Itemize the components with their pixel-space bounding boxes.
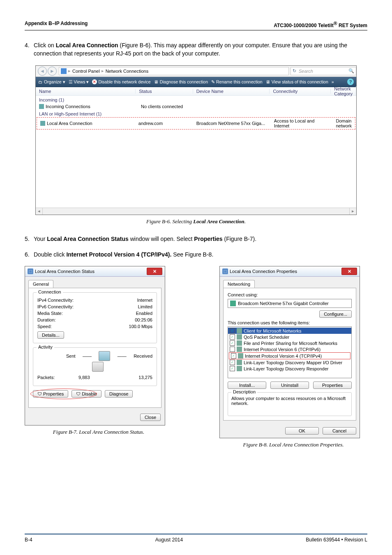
item-label: QoS Packet Scheduler xyxy=(244,335,289,340)
help-icon[interactable]: ? xyxy=(347,79,354,85)
uses-label: This connection uses the following items… xyxy=(228,320,352,325)
figure-b6-window: ◄ ► ▸ Control Panel ▸ Network Connection… xyxy=(35,65,357,215)
ipv6-label: IPv6 Connectivity: xyxy=(37,304,74,309)
network-icon: ⬚ xyxy=(28,268,33,274)
component-icon xyxy=(237,360,242,365)
view-status-button[interactable]: 🖥 View status of this connection xyxy=(266,79,328,84)
checkbox[interactable]: ✓ xyxy=(230,360,235,365)
scroll-left-icon[interactable]: ◂ xyxy=(36,208,43,215)
row-local-area-connection[interactable]: Local Area Connection andrew.com Broadco… xyxy=(37,117,355,130)
item-label: Link-Layer Topology Discovery Responder xyxy=(244,366,328,371)
scroll-right-icon[interactable]: ▸ xyxy=(349,208,356,215)
figure-b7-caption: Figure B-7. Local Area Connection Status… xyxy=(25,429,173,435)
organize-menu[interactable]: 🗀 Organize ▾ xyxy=(38,79,65,84)
close-button[interactable]: Close xyxy=(140,414,161,421)
sent-label: Sent xyxy=(66,354,76,358)
row-incoming-connections[interactable]: Incoming Connections No clients connecte… xyxy=(36,103,356,110)
install-button[interactable]: Install... xyxy=(228,382,266,389)
search-icon[interactable]: 🔍 xyxy=(348,68,354,74)
nav-buttons[interactable]: ◄ ► xyxy=(36,67,59,76)
group-incoming[interactable]: Incoming (1) xyxy=(36,96,356,103)
item-label: Client for Microsoft Networks xyxy=(244,328,302,333)
views-menu[interactable]: ☰ Views ▾ xyxy=(69,79,89,84)
list-item[interactable]: ✓Link-Layer Topology Discovery Mapper I/… xyxy=(228,359,351,365)
tab-networking[interactable]: Networking xyxy=(223,280,255,288)
command-bar: 🗀 Organize ▾ ☰ Views ▾ ✕Disable this net… xyxy=(36,77,356,87)
checkbox[interactable] xyxy=(230,347,235,352)
list-item[interactable]: ✓Client for Microsoft Networks xyxy=(228,328,351,334)
network-icon: ⬚ xyxy=(222,268,228,274)
col-category: Network Category xyxy=(331,86,356,96)
chevron-right-icon: ▸ xyxy=(101,68,104,74)
back-icon[interactable]: ◄ xyxy=(38,67,47,76)
diagnose-button[interactable]: 🖥 Diagnose this connection xyxy=(154,79,208,84)
speed-value: 100.0 Mbps xyxy=(129,324,152,329)
tab-general[interactable]: General xyxy=(28,280,53,288)
figure-b8-caption: Figure B-8. Local Area Connection Proper… xyxy=(219,442,367,448)
sent-monitor-icon xyxy=(99,351,110,361)
component-icon xyxy=(237,340,242,346)
breadcrumb[interactable]: ▸ Control Panel ▸ Network Connections xyxy=(59,67,289,75)
refresh-icon[interactable]: ↻ xyxy=(293,68,296,74)
header-left: Appendix B–IP Addressing xyxy=(25,21,88,28)
step-5: 5. Your Local Area Connection Status win… xyxy=(25,235,367,243)
highlight-oval xyxy=(30,388,97,399)
breadcrumb-network-connections[interactable]: Network Connections xyxy=(106,69,149,74)
ipv6-value: Limited xyxy=(138,304,152,309)
items-listbox[interactable]: ✓Client for Microsoft Networks✓QoS Packe… xyxy=(228,326,352,378)
dialog-title: Local Area Connection Status xyxy=(35,269,95,274)
dialog-title: Local Area Connection Properties xyxy=(230,269,297,274)
duration-label: Duration: xyxy=(37,317,56,322)
speed-label: Speed: xyxy=(37,324,52,329)
configure-button[interactable]: Configure... xyxy=(319,310,352,318)
details-button[interactable]: Details... xyxy=(37,331,64,339)
component-icon xyxy=(237,334,242,340)
rename-button[interactable]: ✎ Rename this connection xyxy=(211,79,263,84)
properties-button[interactable]: Properties xyxy=(313,382,352,389)
checkbox[interactable]: ✓ xyxy=(230,334,235,340)
disable-device-button[interactable]: ✕Disable this network device xyxy=(92,79,150,84)
dialog-titlebar: ⬚ Local Area Connection Status ✕ xyxy=(25,266,165,277)
list-item[interactable]: ✓QoS Packet Scheduler xyxy=(228,334,351,340)
diagnose-button[interactable]: Diagnose xyxy=(105,390,133,398)
forward-icon[interactable]: ► xyxy=(48,67,57,76)
more-button[interactable]: » xyxy=(332,79,334,84)
step-6: 6. Double click Internet Protocol Versio… xyxy=(25,250,367,259)
page-footer: B-4 August 2014 Bulletin 639544 • Revisi… xyxy=(25,534,367,543)
checkbox[interactable]: ✓ xyxy=(230,328,235,333)
checkbox[interactable]: ✓ xyxy=(231,353,236,358)
list-item[interactable]: Internet Protocol Version 6 (TCP/IPv6) xyxy=(228,346,351,352)
close-icon[interactable]: ✕ xyxy=(147,268,162,275)
col-connectivity: Connectivity xyxy=(270,89,331,94)
connection-group: Connection IPv4 Connectivity:Internet IP… xyxy=(33,292,157,343)
list-item[interactable]: ✓Link-Layer Topology Discovery Responder xyxy=(228,365,351,372)
component-icon xyxy=(237,347,242,352)
lan-icon xyxy=(40,121,45,126)
dialog-titlebar: ⬚ Local Area Connection Properties ✕ xyxy=(220,266,360,277)
group-lan[interactable]: LAN or High-Speed Internet (1) xyxy=(36,110,356,117)
item-label: File and Printer Sharing for Microsoft N… xyxy=(244,341,337,346)
column-headers[interactable]: Name Status Device Name Connectivity Net… xyxy=(36,87,356,96)
ok-button[interactable]: OK xyxy=(285,427,319,435)
checkbox[interactable]: ✓ xyxy=(230,366,235,371)
horizontal-scrollbar[interactable]: ◂ ▸ xyxy=(36,208,356,215)
uninstall-button[interactable]: Uninstall xyxy=(270,382,309,389)
adapter-field: Broadcom NetXtreme 57xx Gigabit Controll… xyxy=(228,299,352,308)
close-icon[interactable]: ✕ xyxy=(341,268,357,275)
cancel-button[interactable]: Cancel xyxy=(323,427,356,435)
packets-received: 13,275 xyxy=(138,375,152,380)
item-label: Internet Protocol Version 4 (TCP/IPv4) xyxy=(245,354,322,358)
breadcrumb-control-panel[interactable]: Control Panel xyxy=(72,69,100,74)
component-icon xyxy=(237,328,242,333)
media-label: Media State: xyxy=(37,311,63,316)
activity-group: Activity Sent —— —— Received xyxy=(33,347,157,386)
list-item[interactable]: ✓File and Printer Sharing for Microsoft … xyxy=(228,340,351,346)
search-input[interactable]: ↻ Search 🔍 xyxy=(291,67,356,75)
footer-bulletin: Bulletin 639544 • Revision L xyxy=(306,537,367,543)
adapter-icon xyxy=(230,301,236,306)
duration-value: 00:25:06 xyxy=(135,317,152,322)
item-label: Link-Layer Topology Discovery Mapper I/O… xyxy=(244,360,342,365)
list-item[interactable]: ✓Internet Protocol Version 4 (TCP/IPv4) xyxy=(229,352,350,359)
incoming-icon xyxy=(39,104,44,109)
checkbox[interactable]: ✓ xyxy=(230,340,235,346)
